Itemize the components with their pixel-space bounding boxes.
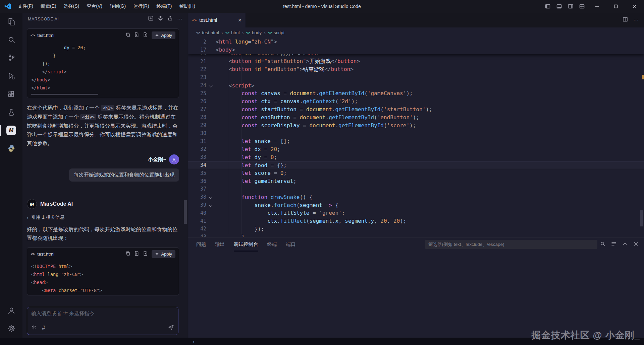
context-hash-icon[interactable]: # [42, 325, 45, 331]
split-editor-icon[interactable] [623, 17, 628, 23]
menu-item[interactable]: 终端(T) [153, 2, 176, 11]
editor-line-23[interactable]: 23 [188, 73, 644, 81]
editor-line-41[interactable]: 41 ctx.fillRect(segment.x, segment.y, 20… [188, 217, 644, 225]
code-editor[interactable]: 20 <div id="score">得分: 0</div>21 <button… [188, 38, 644, 237]
editor-line-24[interactable]: 24 <script> [188, 81, 644, 89]
apply-button[interactable]: Apply [152, 250, 175, 258]
status-launchpad-icon[interactable]: › [193, 338, 195, 345]
minimize-button[interactable] [588, 0, 606, 13]
toggle-secondary-sidebar-icon[interactable] [565, 0, 576, 13]
line-number[interactable]: 31 [188, 138, 206, 144]
source-control-icon[interactable] [0, 49, 22, 67]
line-number[interactable]: 17 [188, 47, 206, 53]
menu-item[interactable]: 转到(G) [106, 2, 129, 11]
editor-line-2[interactable]: 2<html lang="zh-CN"> [188, 38, 644, 46]
insert-code-icon[interactable] [134, 251, 139, 257]
run-debug-icon[interactable] [0, 67, 22, 85]
toggle-panel-icon[interactable] [553, 0, 565, 13]
editor-line-31[interactable]: 31 let snake = []; [188, 137, 644, 145]
python-icon[interactable] [0, 139, 22, 157]
line-number[interactable]: 2 [188, 39, 206, 45]
panel-tab-端口[interactable]: 端口 [286, 237, 296, 251]
breadcrumb-item-html[interactable]: <>html [225, 30, 240, 35]
sidebar-more-icon[interactable]: ··· [177, 16, 182, 22]
close-panel-icon[interactable] [633, 241, 639, 248]
customize-layout-icon[interactable] [576, 0, 588, 13]
fold-chevron-icon[interactable] [206, 201, 216, 209]
panel-search-icon[interactable] [600, 241, 605, 248]
line-number[interactable]: 33 [188, 154, 206, 160]
tab-test-html[interactable]: <> test.html × [188, 13, 246, 27]
fold-chevron-icon[interactable] [206, 193, 216, 201]
panel-tab-终端[interactable]: 终端 [267, 237, 277, 251]
account-icon[interactable] [0, 301, 22, 320]
debug-console-content[interactable] [188, 251, 644, 338]
copy-icon[interactable] [125, 32, 130, 39]
editor-line-17[interactable]: 17<body> [188, 46, 644, 54]
editor-line-36[interactable]: 36 let gameInterval; [188, 177, 644, 185]
share-icon[interactable] [167, 15, 173, 22]
line-number[interactable]: 40 [188, 210, 206, 216]
horizontal-scrollbar[interactable] [31, 92, 175, 96]
explorer-icon[interactable] [0, 13, 22, 31]
editor-line-27[interactable]: 27 const startButton = document.getEleme… [188, 106, 644, 114]
menu-item[interactable]: 帮助(H) [175, 2, 199, 11]
line-number[interactable]: 36 [188, 178, 206, 184]
line-number[interactable]: 41 [188, 218, 206, 224]
editor-line-37[interactable]: 37 [188, 185, 644, 193]
extensions-icon[interactable] [0, 85, 22, 103]
breadcrumb-item-body[interactable]: <>body [246, 30, 262, 35]
menu-item[interactable]: 选择(S) [60, 2, 83, 11]
editor-line-38[interactable]: 38 function drawSnake() { [188, 193, 644, 201]
line-number[interactable]: 43 [188, 234, 206, 237]
line-number[interactable]: 21 [188, 59, 206, 65]
insert-code-icon[interactable] [134, 32, 139, 39]
fold-chevron-icon[interactable] [206, 81, 216, 89]
editor-line-39[interactable]: 39 snake.forEach(segment => { [188, 201, 644, 209]
toggle-sidebar-icon[interactable] [542, 0, 553, 13]
sidebar-scrollbar[interactable] [184, 200, 187, 224]
send-icon[interactable] [168, 324, 174, 332]
editor-line-21[interactable]: 21 <button id="startButton">开始游戏</button… [188, 58, 644, 66]
tab-close-icon[interactable]: × [238, 17, 241, 23]
line-number[interactable]: 25 [188, 90, 206, 96]
editor-line-33[interactable]: 33 let dy = 0; [188, 153, 644, 161]
editor-line-40[interactable]: 40 ctx.fillStyle = 'green'; [188, 209, 644, 217]
sidebar-settings-icon[interactable] [158, 15, 163, 22]
line-number[interactable]: 26 [188, 98, 206, 105]
word-wrap-icon[interactable] [611, 241, 616, 248]
line-number[interactable]: 22 [188, 66, 206, 72]
editor-line-22[interactable]: 22 <button id="endButton">结束游戏</button> [188, 66, 644, 74]
settings-gear-icon[interactable] [0, 320, 22, 338]
menu-item[interactable]: 文件(F) [14, 2, 37, 11]
copy-icon[interactable] [125, 251, 130, 257]
chat-input[interactable] [31, 310, 174, 316]
editor-scrollbar[interactable] [640, 210, 643, 226]
panel-tab-问题[interactable]: 问题 [196, 237, 206, 251]
line-number[interactable]: 39 [188, 202, 206, 208]
line-number[interactable]: 32 [188, 146, 206, 152]
menu-item[interactable]: 编辑(E) [37, 2, 60, 11]
breadcrumb-item-test.html[interactable]: <>test.html [196, 30, 219, 35]
line-number[interactable]: 38 [188, 194, 206, 200]
line-number[interactable]: 30 [188, 130, 206, 136]
breadcrumb-item-script[interactable]: <>script [268, 30, 284, 35]
line-number[interactable]: 24 [188, 82, 206, 88]
editor-line-28[interactable]: 28 const endButton = document.getElement… [188, 113, 644, 121]
line-number[interactable]: 35 [188, 170, 206, 176]
editor-more-icon[interactable]: ··· [633, 17, 639, 23]
marscode-ai-icon[interactable]: M [0, 121, 22, 139]
line-number[interactable]: 23 [188, 74, 206, 80]
editor-line-30[interactable]: 30 [188, 129, 644, 137]
maximize-button[interactable] [606, 0, 625, 13]
reference-toggle[interactable]: › 引用 1 相关信息 [27, 214, 179, 220]
search-icon[interactable] [0, 31, 22, 49]
editor-line-43[interactable]: 43 } [188, 233, 644, 237]
new-file-icon[interactable] [143, 251, 148, 257]
close-window-button[interactable] [625, 0, 644, 13]
editor-line-35[interactable]: 35 let score = 0; [188, 169, 644, 177]
editor-line-25[interactable]: 25 const canvas = document.getElementByI… [188, 89, 644, 97]
chevron-up-icon[interactable] [622, 241, 628, 248]
panel-tab-调试控制台[interactable]: 调试控制台 [234, 237, 258, 251]
apply-button[interactable]: Apply [152, 31, 175, 39]
